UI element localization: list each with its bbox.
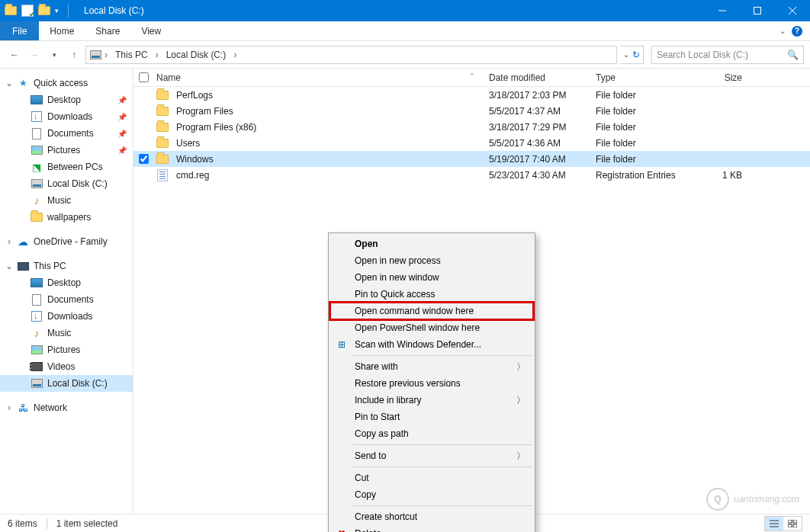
table-row[interactable]: Program Files (x86) 3/18/2017 7:29 PM Fi… [133, 119, 810, 135]
forward-button[interactable]: → [26, 46, 43, 63]
desktop-icon [31, 94, 43, 106]
column-headers[interactable]: Nameˆ Date modified Type Size [133, 69, 810, 87]
table-row[interactable]: PerfLogs 3/18/2017 2:03 PM File folder [133, 87, 810, 103]
menu-item[interactable]: Copy [330, 486, 533, 503]
sidebar-item-label: Between PCs [47, 162, 103, 172]
menu-item[interactable]: ✖Delete [330, 525, 533, 532]
menu-item[interactable]: Send to〉 [330, 447, 533, 464]
chevron-right-icon[interactable]: › [5, 236, 14, 247]
search-input[interactable]: Search Local Disk (C:) 🔍 [651, 46, 804, 64]
pic-icon [31, 344, 43, 356]
chevron-right-icon[interactable]: › [104, 50, 108, 60]
column-size[interactable]: Size [695, 72, 748, 83]
tab-home[interactable]: Home [39, 21, 85, 40]
sidebar-item-label: Desktop [47, 277, 81, 288]
menu-item[interactable]: Open [330, 236, 533, 252]
breadcrumb-current[interactable]: Local Disk (C:) [162, 50, 231, 60]
sidebar-item[interactable]: Desktop [0, 274, 133, 291]
sidebar-item[interactable]: Local Disk (C:) [0, 175, 133, 192]
file-tab[interactable]: File [0, 21, 39, 40]
menu-item[interactable]: ⊞Scan with Windows Defender... [330, 336, 533, 353]
menu-item[interactable]: Share with〉 [330, 358, 533, 375]
menu-item[interactable]: Pin to Start [330, 409, 533, 425]
sidebar-item[interactable]: Pictures [0, 341, 133, 358]
sidebar-this-pc[interactable]: ⌄ This PC [0, 258, 133, 274]
select-all-checkbox[interactable] [139, 72, 149, 82]
menu-item-label: Pin to Quick access [355, 289, 435, 300]
qat-newfolder-icon[interactable] [38, 5, 50, 17]
sidebar-label: Network [34, 402, 67, 413]
sidebar-item[interactable]: Videos [0, 358, 133, 375]
table-row[interactable]: Program Files 5/5/2017 4:37 AM File fold… [133, 103, 810, 119]
svg-rect-7 [788, 520, 792, 523]
minimize-button[interactable] [705, 0, 740, 21]
menu-item[interactable]: Pin to Quick access [330, 286, 533, 303]
sidebar-item[interactable]: ♪Music [0, 325, 133, 341]
recent-dropdown-icon[interactable]: ▾ [46, 46, 63, 63]
menu-item[interactable]: Open PowerShell window here [330, 319, 533, 336]
sidebar-quick-access[interactable]: ⌄ ★ Quick access [0, 75, 133, 91]
close-button[interactable] [775, 0, 810, 21]
view-details-button[interactable] [765, 517, 783, 530]
navbar: ← → ▾ ↑ › This PC › Local Disk (C:) › ⌄ … [0, 41, 810, 69]
tab-view[interactable]: View [130, 21, 172, 40]
pin-icon: 📌 [117, 113, 127, 121]
menu-item-label: Open in new process [355, 255, 441, 266]
chevron-right-icon[interactable]: › [5, 402, 14, 413]
pic-icon [31, 144, 43, 156]
file-name: cmd.reg [176, 170, 209, 181]
menu-item[interactable]: Create shortcut [330, 508, 533, 525]
sidebar-item[interactable]: Downloads [0, 308, 133, 325]
up-button[interactable]: ↑ [66, 46, 82, 63]
chevron-right-icon[interactable]: › [156, 50, 159, 60]
pin-icon: 📌 [117, 146, 127, 155]
help-icon[interactable]: ? [792, 26, 802, 37]
sidebar-item[interactable]: ♪Music [0, 192, 133, 209]
menu-item[interactable]: Copy as path [330, 425, 533, 442]
sidebar-item-label: Documents [47, 128, 94, 139]
address-dropdown-icon[interactable]: ⌄ [623, 50, 629, 59]
tab-share[interactable]: Share [85, 21, 130, 40]
table-row[interactable]: cmd.reg 5/23/2017 4:30 AM Registration E… [133, 167, 810, 183]
chevron-down-icon[interactable]: ⌄ [5, 261, 14, 271]
view-thumbnails-button[interactable] [783, 517, 802, 530]
menu-item[interactable]: Restore previous versions [330, 375, 533, 392]
menu-item[interactable]: Cut [330, 470, 533, 486]
table-row[interactable]: Windows 5/19/2017 7:40 AM File folder [133, 151, 810, 167]
back-button[interactable]: ← [6, 46, 23, 63]
menu-item[interactable]: Include in library〉 [330, 392, 533, 409]
column-date[interactable]: Date modified [489, 72, 596, 83]
sidebar-item[interactable]: Pictures📌 [0, 142, 133, 159]
column-type[interactable]: Type [596, 72, 695, 83]
sidebar-item[interactable]: Documents [0, 291, 133, 308]
qat-properties-icon[interactable]: ✔ [21, 5, 34, 17]
explorer-icon [5, 5, 17, 17]
breadcrumb-thispc[interactable]: This PC [111, 50, 153, 60]
menu-item-label: Include in library [355, 395, 421, 405]
sidebar-item[interactable]: Local Disk (C:) [0, 375, 133, 392]
sidebar-item[interactable]: wallpapers [0, 209, 133, 226]
menu-item[interactable]: Open command window here [330, 303, 533, 319]
sidebar-item[interactable]: Downloads📌 [0, 108, 133, 125]
sidebar-onedrive[interactable]: › ☁ OneDrive - Family [0, 233, 133, 250]
sidebar-network[interactable]: › 🖧 Network [0, 399, 133, 416]
pin-icon: 📌 [117, 130, 127, 138]
menu-item[interactable]: Open in new process [330, 252, 533, 269]
window-title: Local Disk (C:) [84, 5, 144, 16]
ribbon-expand-icon[interactable]: ⌄ [779, 27, 786, 35]
menu-item[interactable]: Open in new window [330, 269, 533, 286]
breadcrumb[interactable]: › This PC › Local Disk (C:) › [85, 46, 617, 64]
refresh-icon[interactable]: ↻ [632, 50, 640, 60]
chevron-right-icon[interactable]: › [233, 50, 236, 60]
row-checkbox[interactable] [139, 154, 149, 164]
sidebar-item[interactable]: Documents📌 [0, 125, 133, 142]
maximize-button[interactable] [740, 0, 775, 21]
qat-dropdown-icon[interactable]: ▾ [55, 7, 59, 14]
column-name[interactable]: Name [156, 72, 181, 83]
delete-icon: ✖ [335, 528, 349, 532]
status-count: 6 items [8, 518, 37, 529]
chevron-down-icon[interactable]: ⌄ [5, 78, 14, 88]
table-row[interactable]: Users 5/5/2017 4:36 AM File folder [133, 135, 810, 151]
sidebar-item[interactable]: Desktop📌 [0, 91, 133, 108]
sidebar-item[interactable]: ⬔Between PCs [0, 159, 133, 175]
